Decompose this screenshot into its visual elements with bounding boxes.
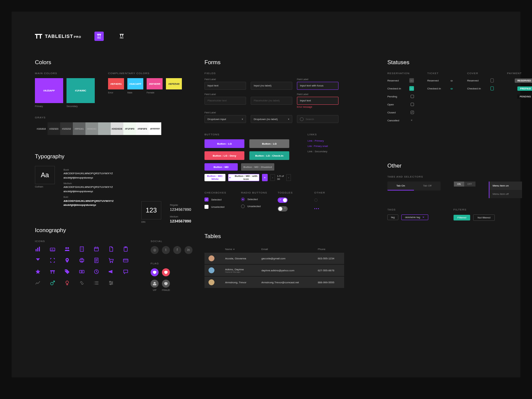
link-secondary[interactable]: Link : Secondary bbox=[308, 150, 328, 153]
pager-prev[interactable]: ‹ bbox=[270, 174, 275, 181]
ig-icon[interactable]: ◎ bbox=[151, 246, 159, 254]
list-icon bbox=[93, 280, 99, 286]
in-icon[interactable]: in bbox=[185, 246, 193, 254]
table-row[interactable]: Armstrong, Trevor Armstrong.Trevor@comca… bbox=[204, 276, 344, 288]
toggle-off[interactable] bbox=[278, 206, 288, 211]
col-email[interactable]: Email bbox=[257, 246, 314, 253]
checkbox-unselected[interactable] bbox=[204, 205, 208, 209]
link-primary-small[interactable]: Link : Primary small bbox=[308, 145, 328, 147]
links-caption: LINKS bbox=[308, 133, 328, 136]
close-icon[interactable]: ✕ bbox=[422, 216, 425, 219]
menu-item-off[interactable]: Menu item off bbox=[489, 190, 522, 198]
type-specimen-n: 123 bbox=[141, 201, 161, 219]
col-name[interactable]: Name ▼ bbox=[221, 246, 257, 253]
brand-tile-purple: PRO bbox=[94, 32, 104, 41]
pager-label: 1-5 of 30 bbox=[277, 175, 284, 181]
radio-selected[interactable] bbox=[241, 198, 245, 201]
type-specimen-a: Aa bbox=[35, 166, 55, 184]
status-row: Cancelled✕ bbox=[387, 118, 414, 123]
filter-on[interactable]: Filtered bbox=[454, 215, 470, 220]
button-md-disabled: Button : MD : Disabled bbox=[241, 163, 274, 171]
swatch: #EF4D51 bbox=[108, 78, 124, 89]
megaphone-icon bbox=[108, 269, 114, 275]
svg-point-10 bbox=[66, 259, 68, 260]
link-icon bbox=[79, 280, 85, 286]
button-lg-secondary[interactable]: Button : LG bbox=[249, 139, 289, 148]
swatch-gray: #898D8C bbox=[85, 122, 98, 135]
segmented-control[interactable]: ON OFF bbox=[454, 182, 475, 187]
swatch: #EF4D95 bbox=[147, 78, 163, 89]
text-input-error[interactable]: Input text bbox=[297, 97, 338, 105]
svg-rect-22 bbox=[79, 270, 84, 273]
section-typography: Typography bbox=[35, 153, 161, 160]
section-other: Other bbox=[387, 163, 532, 169]
table-row[interactable]: Adkins, DaphneGeneral Manager daphne.adk… bbox=[204, 264, 344, 276]
pager-next[interactable]: › bbox=[286, 174, 291, 181]
swatch-gray: #F8F8F8 bbox=[136, 122, 149, 135]
filter-off[interactable]: Not filtered bbox=[473, 214, 495, 221]
status-row: Checked-In⬚⬚ bbox=[387, 86, 414, 91]
dropdown-input[interactable]: Dropdown input bbox=[204, 115, 246, 123]
dropdown-input-nolabel[interactable]: Dropdown (no label) bbox=[251, 115, 292, 123]
button-lg-deny[interactable]: Button : LG : Deny bbox=[204, 151, 244, 160]
sliders-icon bbox=[108, 280, 114, 286]
payment-badge: RESERVED bbox=[515, 78, 532, 83]
tag[interactable]: tag bbox=[387, 214, 398, 220]
search-input[interactable]: Search bbox=[297, 115, 338, 123]
svg-point-28 bbox=[112, 282, 113, 283]
more-icon[interactable]: ••• bbox=[314, 207, 344, 210]
section-colors: Colors bbox=[35, 59, 161, 66]
cocktail-icon bbox=[35, 257, 41, 263]
tag-deletable[interactable]: deletable tag✕ bbox=[401, 214, 428, 220]
section-forms: Forms bbox=[204, 59, 344, 66]
swatch-secondary: #1FA99C bbox=[66, 78, 95, 103]
brand-logo: TABLELISTPRO bbox=[35, 34, 81, 39]
text-input-focus[interactable]: Input text with focus bbox=[297, 82, 338, 90]
button-lg-primary[interactable]: Button : LG bbox=[204, 139, 244, 148]
card-icon bbox=[123, 257, 129, 263]
col-phone[interactable]: Phone bbox=[314, 246, 344, 253]
text-input-placeholder-nolabel[interactable]: Placeholder (no label) bbox=[251, 97, 292, 105]
text-input-nolabel[interactable]: Input (no label) bbox=[251, 82, 292, 90]
tab-on[interactable]: Tab On bbox=[387, 182, 414, 191]
text-input[interactable]: Input text bbox=[204, 82, 246, 90]
swatch-gray: #F1F9F0 bbox=[123, 122, 136, 135]
radio-unselected[interactable] bbox=[241, 204, 245, 208]
svg-point-23 bbox=[81, 271, 82, 272]
cash-icon bbox=[79, 269, 85, 275]
menu-item-on[interactable]: Menu item on bbox=[489, 182, 522, 190]
button-lg-checkin[interactable]: Button : LG : Check-In bbox=[249, 151, 289, 160]
buttons-caption: BUTTONS bbox=[204, 133, 291, 136]
link-primary[interactable]: Link : Primary bbox=[308, 139, 328, 142]
svg-rect-0 bbox=[36, 249, 37, 251]
cart-icon bbox=[108, 257, 114, 263]
checkbox-selected[interactable]: ✓ bbox=[204, 198, 208, 201]
ticket-icon: 🎟 bbox=[449, 78, 454, 83]
status-row: Reserved⬚⬚ bbox=[387, 78, 414, 83]
swatch-gray: #181818 bbox=[35, 122, 48, 135]
ticket-check-icon: 🎟 bbox=[449, 86, 454, 91]
toggle-on[interactable] bbox=[278, 198, 288, 203]
table-row[interactable]: Acosta, Giovanna gacosta@gmail.com603-55… bbox=[204, 253, 344, 264]
tw-icon[interactable]: t bbox=[162, 246, 170, 254]
swatch-gray: #FFFFFF bbox=[149, 122, 161, 135]
chart-icon bbox=[35, 246, 41, 252]
button-md-primary[interactable]: Button : MD bbox=[204, 163, 238, 171]
svg-point-4 bbox=[66, 247, 67, 249]
printer-icon bbox=[79, 257, 85, 263]
logo-row: TABLELISTPRO PRO PRO bbox=[35, 32, 497, 41]
fb-icon[interactable]: f bbox=[173, 246, 181, 254]
gender-male-icon bbox=[50, 280, 56, 286]
note-icon bbox=[108, 246, 114, 252]
button-add[interactable]: + bbox=[262, 174, 267, 181]
button-md-icon[interactable]: ▼Button : MD : with icon bbox=[228, 174, 259, 181]
tab-off[interactable]: Tab Off bbox=[414, 182, 441, 191]
button-md-white[interactable]: Button : MD: White bbox=[204, 174, 225, 181]
tag-icon bbox=[64, 269, 70, 275]
svg-point-27 bbox=[110, 281, 111, 282]
flag-circle bbox=[151, 280, 159, 288]
svg-rect-17 bbox=[123, 259, 128, 262]
text-input-placeholder[interactable]: Placeholder text bbox=[204, 97, 246, 105]
flag-fraud bbox=[162, 268, 170, 276]
flag-shield bbox=[162, 280, 170, 288]
